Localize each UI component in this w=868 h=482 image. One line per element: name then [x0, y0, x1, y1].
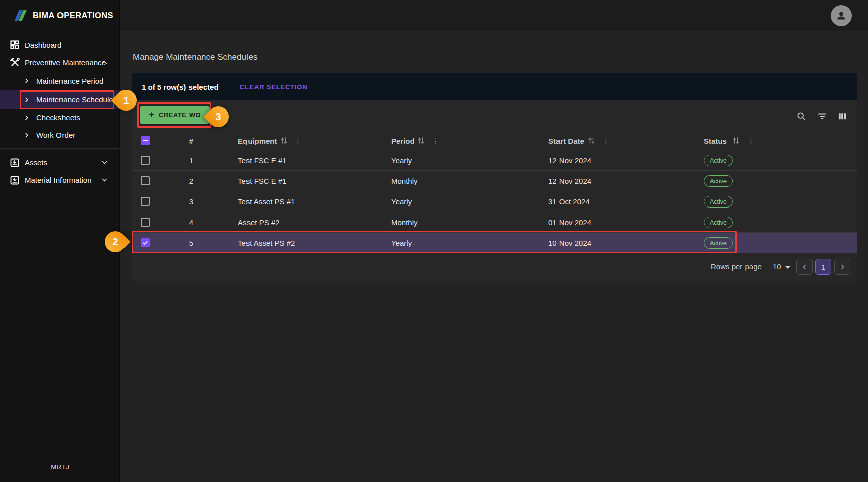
- row-equipment: Asset PS #2: [238, 212, 280, 233]
- rows-per-page-select[interactable]: 10: [773, 262, 781, 271]
- row-equipment: Test Asset PS #1: [238, 191, 295, 212]
- row-start-date: 31 Oct 2024: [548, 191, 590, 212]
- chevron-right-icon: [839, 264, 846, 270]
- row-period: Monthly: [391, 171, 418, 191]
- dashboard-icon: [9, 39, 20, 50]
- row-period: Yearly: [391, 150, 412, 171]
- status-badge: Active: [704, 175, 733, 187]
- row-num: 4: [181, 212, 201, 233]
- row-checkbox[interactable]: [141, 197, 150, 206]
- chevron-right-icon: [24, 77, 31, 84]
- column-menu-icon[interactable]: ⋮: [294, 131, 302, 150]
- sidebar-item-maintenance-period[interactable]: Maintenance Period: [0, 72, 120, 89]
- create-wo-button[interactable]: + CREATE WO: [140, 106, 210, 124]
- sidebar-footer-divider: [0, 457, 120, 457]
- plus-icon: +: [149, 109, 154, 120]
- assets-box-download-icon: [9, 157, 20, 168]
- page-title: Manage Maintenance Schedules: [133, 52, 258, 62]
- check-icon: [142, 240, 148, 246]
- sort-icon[interactable]: [733, 131, 739, 150]
- row-equipment: Test Asset PS #2: [238, 233, 295, 253]
- rows-per-page-label: Rows per page: [711, 262, 762, 271]
- sort-icon[interactable]: [588, 131, 595, 150]
- status-badge: Active: [704, 237, 733, 249]
- chevron-up-icon[interactable]: [101, 59, 108, 66]
- column-header-start-date[interactable]: Start Date: [548, 131, 584, 150]
- sort-icon[interactable]: [281, 131, 287, 150]
- next-page-button[interactable]: [834, 259, 850, 275]
- table-header-row: # Equipment ⋮ Period ⋮ Start Date ⋮ Stat…: [132, 131, 857, 150]
- status-badge: Active: [704, 196, 733, 208]
- select-all-checkbox[interactable]: [141, 136, 150, 145]
- sidebar-item-work-order[interactable]: Work Order: [0, 126, 120, 144]
- app-screen: BIMA OPERATIONS Dashboard Preventive: [0, 0, 868, 482]
- brand-header: BIMA OPERATIONS: [0, 0, 120, 31]
- chevron-down-icon[interactable]: [101, 159, 108, 166]
- sidebar-item-assets[interactable]: Assets: [0, 154, 120, 171]
- column-header-period[interactable]: Period: [391, 131, 415, 150]
- sidebar-footer-label: MRTJ: [0, 463, 120, 471]
- sidebar: BIMA OPERATIONS Dashboard Preventive: [0, 0, 120, 482]
- tools-icon: [9, 57, 20, 68]
- selection-summary: 1 of 5 row(s) selected: [142, 83, 219, 91]
- material-box-download-icon: [9, 175, 20, 186]
- column-menu-icon[interactable]: ⋮: [431, 131, 439, 150]
- row-period: Yearly: [391, 233, 412, 253]
- row-equipment: Test FSC E #1: [238, 171, 287, 191]
- column-header-status[interactable]: Status: [704, 131, 727, 150]
- chevron-right-icon: [24, 114, 31, 121]
- schedules-table-card: 1 of 5 row(s) selected CLEAR SELECTION +…: [132, 73, 857, 282]
- main-content: Manage Maintenance Schedules 1 of 5 row(…: [120, 31, 868, 482]
- chevron-down-icon[interactable]: [101, 177, 108, 183]
- chevron-right-icon: [24, 132, 31, 139]
- row-equipment: Test FSC E #1: [238, 150, 287, 171]
- filter-icon[interactable]: [815, 109, 829, 123]
- row-num: 5: [181, 233, 201, 253]
- row-checkbox[interactable]: [141, 156, 150, 165]
- topbar: [120, 0, 868, 31]
- row-start-date: 01 Nov 2024: [548, 212, 591, 233]
- table-row[interactable]: 2 Test FSC E #1 Monthly 12 Nov 2024 Acti…: [132, 171, 857, 191]
- row-num: 2: [181, 171, 201, 191]
- caret-down-icon[interactable]: [785, 266, 790, 269]
- selection-bar: 1 of 5 row(s) selected CLEAR SELECTION: [132, 73, 857, 100]
- sidebar-item-dashboard[interactable]: Dashboard: [0, 36, 120, 53]
- sidebar-item-material-information[interactable]: Material Information: [0, 171, 120, 189]
- table-row[interactable]: 4 Asset PS #2 Monthly 01 Nov 2024 Active: [132, 212, 857, 233]
- column-header-num[interactable]: #: [181, 131, 201, 150]
- row-checkbox-checked[interactable]: [141, 238, 150, 247]
- sidebar-item-checksheets[interactable]: Checksheets: [0, 109, 120, 126]
- status-badge: Active: [704, 155, 733, 166]
- brand-logo-icon: [15, 10, 28, 21]
- row-start-date: 12 Nov 2024: [548, 171, 591, 191]
- sidebar-item-preventive-maintenance[interactable]: Preventive Maintenance: [0, 53, 120, 72]
- column-header-equipment[interactable]: Equipment: [238, 131, 277, 150]
- user-avatar-button[interactable]: [831, 5, 852, 26]
- row-start-date: 10 Nov 2024: [548, 233, 591, 253]
- column-menu-icon[interactable]: ⋮: [747, 131, 755, 150]
- sidebar-divider: [0, 148, 120, 149]
- sort-icon[interactable]: [418, 131, 424, 150]
- indeterminate-minus-icon: [143, 140, 148, 141]
- page-number-button[interactable]: 1: [815, 259, 831, 275]
- chevron-left-icon: [801, 264, 808, 270]
- brand-title: BIMA OPERATIONS: [33, 11, 113, 20]
- prev-page-button[interactable]: [796, 259, 813, 275]
- table-row[interactable]: 3 Test Asset PS #1 Yearly 31 Oct 2024 Ac…: [132, 191, 857, 212]
- row-period: Yearly: [391, 191, 412, 212]
- status-badge: Active: [704, 217, 733, 228]
- table-row[interactable]: 1 Test FSC E #1 Yearly 12 Nov 2024 Activ…: [132, 150, 857, 171]
- search-icon[interactable]: [794, 109, 809, 123]
- row-period: Monthly: [391, 212, 418, 233]
- row-num: 3: [181, 191, 201, 212]
- row-start-date: 12 Nov 2024: [548, 150, 591, 171]
- sidebar-item-maintenance-schedule[interactable]: Maintenance Schedule: [0, 90, 120, 109]
- row-checkbox[interactable]: [141, 176, 150, 185]
- chevron-right-icon: [24, 96, 31, 103]
- pagination-bar: Rows per page 10 1: [132, 253, 857, 281]
- clear-selection-button[interactable]: CLEAR SELECTION: [240, 83, 308, 91]
- column-menu-icon[interactable]: ⋮: [602, 131, 610, 150]
- table-row-selected[interactable]: 5 Test Asset PS #2 Yearly 10 Nov 2024 Ac…: [132, 233, 857, 253]
- columns-icon[interactable]: [835, 109, 849, 123]
- row-checkbox[interactable]: [141, 218, 150, 227]
